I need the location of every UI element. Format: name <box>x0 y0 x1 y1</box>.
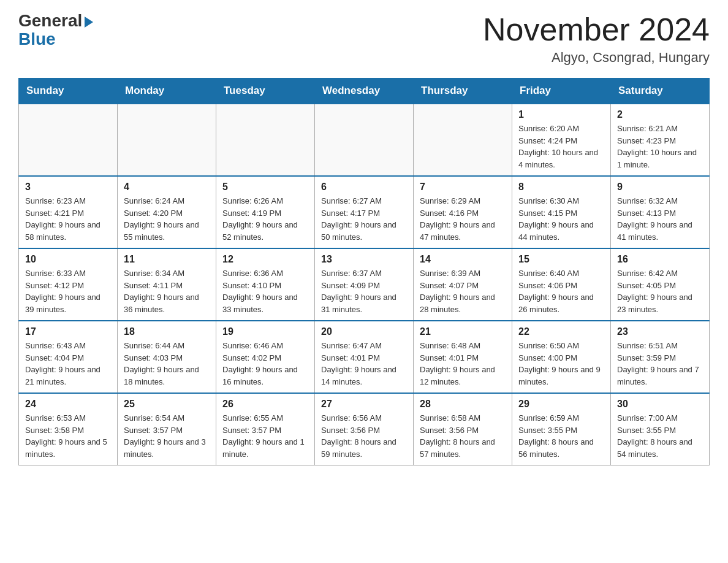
day-number: 16 <box>617 254 703 265</box>
day-info: Sunrise: 6:48 AM Sunset: 4:01 PM Dayligh… <box>420 340 506 388</box>
day-info: Sunrise: 6:29 AM Sunset: 4:16 PM Dayligh… <box>420 195 506 243</box>
day-number: 9 <box>617 182 703 193</box>
day-cell: 17Sunrise: 6:43 AM Sunset: 4:04 PM Dayli… <box>19 321 118 393</box>
day-cell: 3Sunrise: 6:23 AM Sunset: 4:21 PM Daylig… <box>19 176 118 248</box>
day-number: 29 <box>518 399 604 410</box>
day-cell: 22Sunrise: 6:50 AM Sunset: 4:00 PM Dayli… <box>512 321 611 393</box>
day-cell: 13Sunrise: 6:37 AM Sunset: 4:09 PM Dayli… <box>315 248 414 321</box>
day-cell <box>315 104 414 176</box>
day-info: Sunrise: 6:27 AM Sunset: 4:17 PM Dayligh… <box>321 195 407 243</box>
day-cell: 18Sunrise: 6:44 AM Sunset: 4:03 PM Dayli… <box>118 321 216 393</box>
day-number: 4 <box>124 182 210 193</box>
day-info: Sunrise: 6:40 AM Sunset: 4:06 PM Dayligh… <box>518 267 604 315</box>
day-cell: 20Sunrise: 6:47 AM Sunset: 4:01 PM Dayli… <box>315 321 414 393</box>
day-info: Sunrise: 6:33 AM Sunset: 4:12 PM Dayligh… <box>25 267 111 315</box>
day-cell: 16Sunrise: 6:42 AM Sunset: 4:05 PM Dayli… <box>611 248 710 321</box>
day-cell: 14Sunrise: 6:39 AM Sunset: 4:07 PM Dayli… <box>414 248 512 321</box>
day-cell: 12Sunrise: 6:36 AM Sunset: 4:10 PM Dayli… <box>216 248 315 321</box>
day-info: Sunrise: 6:26 AM Sunset: 4:19 PM Dayligh… <box>222 195 308 243</box>
day-cell: 30Sunrise: 7:00 AM Sunset: 3:55 PM Dayli… <box>611 393 710 465</box>
day-number: 8 <box>518 182 604 193</box>
day-info: Sunrise: 6:43 AM Sunset: 4:04 PM Dayligh… <box>25 340 111 388</box>
day-number: 30 <box>617 399 703 410</box>
day-number: 23 <box>617 326 703 337</box>
header-friday: Friday <box>512 79 611 104</box>
header-saturday: Saturday <box>611 79 710 104</box>
day-number: 22 <box>518 326 604 337</box>
day-info: Sunrise: 6:36 AM Sunset: 4:10 PM Dayligh… <box>222 267 308 315</box>
header-tuesday: Tuesday <box>216 79 315 104</box>
day-number: 6 <box>321 182 407 193</box>
day-info: Sunrise: 6:46 AM Sunset: 4:02 PM Dayligh… <box>222 340 308 388</box>
day-cell: 26Sunrise: 6:55 AM Sunset: 3:57 PM Dayli… <box>216 393 315 465</box>
day-info: Sunrise: 6:37 AM Sunset: 4:09 PM Dayligh… <box>321 267 407 315</box>
header-monday: Monday <box>118 79 216 104</box>
day-cell: 10Sunrise: 6:33 AM Sunset: 4:12 PM Dayli… <box>19 248 118 321</box>
day-info: Sunrise: 6:47 AM Sunset: 4:01 PM Dayligh… <box>321 340 407 388</box>
calendar-table: Sunday Monday Tuesday Wednesday Thursday… <box>18 78 710 465</box>
day-cell: 27Sunrise: 6:56 AM Sunset: 3:56 PM Dayli… <box>315 393 414 465</box>
day-info: Sunrise: 6:21 AM Sunset: 4:23 PM Dayligh… <box>617 123 703 170</box>
day-number: 21 <box>420 326 506 337</box>
logo: General Blue <box>18 12 93 49</box>
day-cell: 29Sunrise: 6:59 AM Sunset: 3:55 PM Dayli… <box>512 393 611 465</box>
day-cell: 23Sunrise: 6:51 AM Sunset: 3:59 PM Dayli… <box>611 321 710 393</box>
day-cell: 25Sunrise: 6:54 AM Sunset: 3:57 PM Dayli… <box>118 393 216 465</box>
day-cell: 19Sunrise: 6:46 AM Sunset: 4:02 PM Dayli… <box>216 321 315 393</box>
day-cell: 7Sunrise: 6:29 AM Sunset: 4:16 PM Daylig… <box>414 176 512 248</box>
day-cell <box>19 104 118 176</box>
day-cell: 8Sunrise: 6:30 AM Sunset: 4:15 PM Daylig… <box>512 176 611 248</box>
header-row: Sunday Monday Tuesday Wednesday Thursday… <box>19 79 710 104</box>
day-number: 20 <box>321 326 407 337</box>
day-info: Sunrise: 6:53 AM Sunset: 3:58 PM Dayligh… <box>25 412 111 460</box>
day-cell <box>118 104 216 176</box>
day-info: Sunrise: 6:42 AM Sunset: 4:05 PM Dayligh… <box>617 267 703 315</box>
day-cell: 1Sunrise: 6:20 AM Sunset: 4:24 PM Daylig… <box>512 104 611 176</box>
day-info: Sunrise: 6:56 AM Sunset: 3:56 PM Dayligh… <box>321 412 407 460</box>
day-cell: 5Sunrise: 6:26 AM Sunset: 4:19 PM Daylig… <box>216 176 315 248</box>
day-info: Sunrise: 6:30 AM Sunset: 4:15 PM Dayligh… <box>518 195 604 243</box>
day-number: 5 <box>222 182 308 193</box>
calendar-subtitle: Algyo, Csongrad, Hungary <box>483 50 710 66</box>
day-cell: 15Sunrise: 6:40 AM Sunset: 4:06 PM Dayli… <box>512 248 611 321</box>
day-cell: 24Sunrise: 6:53 AM Sunset: 3:58 PM Dayli… <box>19 393 118 465</box>
day-info: Sunrise: 6:20 AM Sunset: 4:24 PM Dayligh… <box>518 123 604 170</box>
day-cell: 2Sunrise: 6:21 AM Sunset: 4:23 PM Daylig… <box>611 104 710 176</box>
day-cell: 28Sunrise: 6:58 AM Sunset: 3:56 PM Dayli… <box>414 393 512 465</box>
day-info: Sunrise: 6:58 AM Sunset: 3:56 PM Dayligh… <box>420 412 506 460</box>
header-sunday: Sunday <box>19 79 118 104</box>
week-row-3: 10Sunrise: 6:33 AM Sunset: 4:12 PM Dayli… <box>19 248 710 321</box>
day-number: 11 <box>124 254 210 265</box>
day-cell: 4Sunrise: 6:24 AM Sunset: 4:20 PM Daylig… <box>118 176 216 248</box>
day-cell: 21Sunrise: 6:48 AM Sunset: 4:01 PM Dayli… <box>414 321 512 393</box>
day-info: Sunrise: 6:50 AM Sunset: 4:00 PM Dayligh… <box>518 340 604 388</box>
header-wednesday: Wednesday <box>315 79 414 104</box>
day-number: 26 <box>222 399 308 410</box>
day-cell <box>414 104 512 176</box>
day-number: 12 <box>222 254 308 265</box>
day-number: 19 <box>222 326 308 337</box>
day-number: 7 <box>420 182 506 193</box>
day-number: 3 <box>25 182 111 193</box>
calendar-title: November 2024 <box>483 12 710 47</box>
day-info: Sunrise: 6:23 AM Sunset: 4:21 PM Dayligh… <box>25 195 111 243</box>
header: General Blue November 2024 Algyo, Csongr… <box>18 12 710 66</box>
logo-blue-text: Blue <box>18 29 56 49</box>
day-number: 17 <box>25 326 111 337</box>
day-info: Sunrise: 6:24 AM Sunset: 4:20 PM Dayligh… <box>124 195 210 243</box>
day-number: 25 <box>124 399 210 410</box>
day-cell: 11Sunrise: 6:34 AM Sunset: 4:11 PM Dayli… <box>118 248 216 321</box>
day-info: Sunrise: 6:54 AM Sunset: 3:57 PM Dayligh… <box>124 412 210 460</box>
day-info: Sunrise: 6:51 AM Sunset: 3:59 PM Dayligh… <box>617 340 703 388</box>
day-number: 10 <box>25 254 111 265</box>
day-info: Sunrise: 6:44 AM Sunset: 4:03 PM Dayligh… <box>124 340 210 388</box>
day-info: Sunrise: 6:59 AM Sunset: 3:55 PM Dayligh… <box>518 412 604 460</box>
day-number: 14 <box>420 254 506 265</box>
logo-general-text: General <box>18 12 93 29</box>
day-info: Sunrise: 7:00 AM Sunset: 3:55 PM Dayligh… <box>617 412 703 460</box>
week-row-5: 24Sunrise: 6:53 AM Sunset: 3:58 PM Dayli… <box>19 393 710 465</box>
day-cell <box>216 104 315 176</box>
day-number: 18 <box>124 326 210 337</box>
day-number: 27 <box>321 399 407 410</box>
week-row-4: 17Sunrise: 6:43 AM Sunset: 4:04 PM Dayli… <box>19 321 710 393</box>
